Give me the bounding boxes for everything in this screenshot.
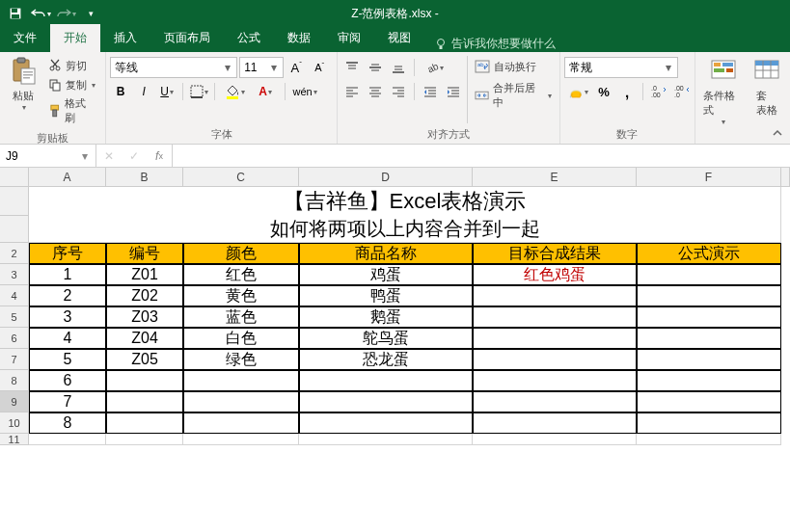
cell[interactable] [106, 391, 183, 412]
column-header-A[interactable]: A [29, 168, 106, 187]
cell[interactable] [183, 391, 299, 412]
font-size-combo[interactable]: ▾ [239, 57, 284, 78]
cell-reference-input[interactable] [0, 149, 77, 163]
phonetic-button[interactable]: wén▾ [290, 81, 319, 102]
cell[interactable]: 【吉祥鱼】Excel表格演示 [29, 187, 781, 216]
conditional-formatting-button[interactable]: 条件格式▾ [699, 54, 748, 128]
cell[interactable]: 7 [29, 391, 106, 412]
cell[interactable]: 白色 [183, 328, 299, 349]
cell[interactable] [637, 412, 781, 434]
decrease-indent-button[interactable] [420, 81, 441, 102]
chevron-down-icon[interactable]: ▾ [221, 61, 234, 74]
italic-button[interactable]: I [133, 81, 154, 102]
row-header[interactable]: 7 [0, 349, 29, 370]
row-header[interactable]: 11 [0, 434, 29, 445]
cell[interactable] [183, 370, 299, 391]
cell[interactable] [637, 285, 781, 306]
cancel-formula-button[interactable]: ✕ [96, 145, 122, 167]
cell[interactable] [106, 434, 183, 445]
cell[interactable]: Z04 [106, 328, 183, 349]
cell[interactable] [473, 328, 637, 349]
cell[interactable]: Z03 [106, 306, 183, 328]
cell[interactable] [299, 370, 473, 391]
align-bottom-button[interactable] [388, 57, 409, 78]
cell[interactable] [473, 434, 637, 445]
cell[interactable] [637, 391, 781, 412]
cell[interactable]: 2 [29, 285, 106, 306]
cell[interactable] [637, 434, 781, 445]
cell[interactable]: 蓝色 [183, 306, 299, 328]
tab-data[interactable]: 数据 [274, 24, 324, 52]
row-header[interactable]: 9 [0, 391, 29, 412]
number-format-combo[interactable]: ▾ [564, 57, 678, 78]
tab-insert[interactable]: 插入 [100, 24, 150, 52]
cell[interactable]: 黄色 [183, 285, 299, 306]
formula-input[interactable] [173, 145, 790, 167]
row-header[interactable]: 6 [0, 328, 29, 349]
column-header-D[interactable]: D [299, 168, 473, 187]
undo-button[interactable]: ▾ [29, 2, 52, 25]
align-right-button[interactable] [388, 81, 409, 102]
select-all-corner[interactable] [0, 168, 29, 187]
cell[interactable] [637, 370, 781, 391]
cell[interactable]: 公式演示 [637, 243, 781, 264]
align-top-button[interactable] [341, 57, 363, 78]
cell[interactable]: 恐龙蛋 [299, 349, 473, 370]
tab-review[interactable]: 审阅 [324, 24, 374, 52]
percent-button[interactable]: % [593, 81, 614, 102]
format-painter-button[interactable]: 格式刷 [44, 94, 99, 127]
chevron-down-icon[interactable]: ▾ [662, 61, 675, 74]
merge-center-button[interactable]: 合并后居中▾ [471, 79, 556, 112]
column-header-E[interactable]: E [473, 168, 637, 187]
paste-button[interactable]: 粘贴 ▾ [4, 54, 42, 114]
row-header[interactable]: 10 [0, 412, 29, 434]
align-left-button[interactable] [341, 81, 363, 102]
chevron-down-icon[interactable]: ▾ [267, 61, 281, 74]
cell[interactable]: 8 [29, 412, 106, 434]
decrease-font-button[interactable]: Aˇ [309, 57, 330, 78]
column-header-blank[interactable] [781, 168, 790, 187]
qat-customize-button[interactable]: ▾ [79, 2, 102, 25]
cell[interactable] [106, 370, 183, 391]
chevron-down-icon[interactable]: ▾ [77, 149, 93, 163]
tell-me-search[interactable]: 告诉我你想要做什么 [424, 36, 565, 52]
cell[interactable] [637, 306, 781, 328]
row-header[interactable]: 2 [0, 243, 29, 264]
cell[interactable]: 5 [29, 349, 106, 370]
insert-function-button[interactable]: fx [147, 145, 172, 167]
cell[interactable] [183, 434, 299, 445]
cell[interactable] [299, 412, 473, 434]
row-header[interactable]: 5 [0, 306, 29, 328]
copy-button[interactable]: 复制▾ [44, 75, 99, 94]
cell[interactable]: 鸡蛋 [299, 264, 473, 285]
cell[interactable] [473, 306, 637, 328]
spreadsheet-grid[interactable]: ABCDEF 234567891011 【吉祥鱼】Excel表格演示如何将两项以… [0, 168, 790, 532]
increase-decimal-button[interactable]: .0.00 [648, 81, 669, 102]
align-center-button[interactable] [365, 81, 386, 102]
cell[interactable]: 目标合成结果 [473, 243, 637, 264]
column-header-B[interactable]: B [106, 168, 183, 187]
enter-formula-button[interactable]: ✓ [122, 145, 147, 167]
save-button[interactable] [4, 2, 27, 25]
column-header-F[interactable]: F [637, 168, 781, 187]
row-header[interactable]: 8 [0, 370, 29, 391]
cell[interactable]: 4 [29, 328, 106, 349]
wrap-text-button[interactable]: ab自动换行 [471, 57, 556, 76]
cell[interactable] [106, 412, 183, 434]
tab-home[interactable]: 开始 [50, 24, 100, 52]
align-middle-button[interactable] [365, 57, 386, 78]
cell[interactable]: 绿色 [183, 349, 299, 370]
cell[interactable]: 鹅蛋 [299, 306, 473, 328]
cell[interactable]: 鸭蛋 [299, 285, 473, 306]
cell[interactable] [637, 264, 781, 285]
border-button[interactable]: ▾ [188, 81, 209, 102]
underline-button[interactable]: U▾ [156, 81, 177, 102]
collapse-ribbon-button[interactable] [769, 124, 786, 142]
comma-button[interactable]: , [616, 81, 638, 102]
cell[interactable] [299, 434, 473, 445]
cell[interactable]: Z02 [106, 285, 183, 306]
row-header[interactable] [0, 216, 29, 243]
font-color-button[interactable]: A▾ [251, 81, 280, 102]
cell[interactable] [473, 285, 637, 306]
row-header[interactable]: 3 [0, 264, 29, 285]
